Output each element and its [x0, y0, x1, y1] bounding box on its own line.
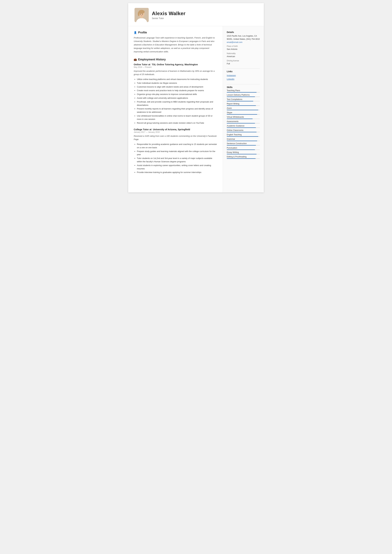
svg-point-8 [142, 14, 143, 15]
employment-section: 💼 Employment History Online Tutor at TSL… [134, 58, 217, 174]
details-email[interactable]: email@email.com [227, 41, 243, 43]
skill-name: Report Writing [227, 103, 260, 105]
skill-bar-bg [227, 141, 260, 141]
bullet-item: Present monthly reports to all learners … [137, 107, 217, 114]
details-section: Details 1515 Pacific Ave, Los Angeles, C… [227, 31, 260, 65]
bullet-item: Prepare study guides and learning materi… [137, 150, 217, 156]
header-info: Alexis Walker Senior Tutor [152, 11, 258, 20]
profile-icon: 👤 [134, 31, 137, 34]
skill-item: Zoom [227, 107, 260, 110]
svg-point-7 [140, 14, 141, 15]
resume-container: Alexis Walker Senior Tutor 👤 Profile Pro… [128, 3, 264, 192]
skill-bar-bg [227, 105, 260, 106]
skill-bar-fill [227, 149, 255, 150]
bullet-item: Organize group role-play sessions to imp… [137, 93, 217, 96]
skill-item: Report Writing [227, 103, 260, 106]
skill-bar-fill [227, 132, 257, 132]
skill-bar-fill [227, 119, 253, 119]
skill-bar-bg [227, 119, 260, 119]
job-date-2: January 2017 — January 2018 [134, 131, 217, 133]
skill-item: Sentence Construction [227, 142, 260, 146]
bullet-item: Record all group tutoring sessions and c… [137, 121, 217, 125]
skill-bar-fill [227, 158, 256, 159]
bullet-item: Assist with college and university admis… [137, 97, 217, 100]
job-entry-2: College Tutor at University of Arizona, … [134, 128, 217, 174]
skill-bar-bg [227, 97, 260, 97]
bullet-item: Customize lessons to align with student … [137, 85, 217, 89]
links-section: Links Instagram Linkedin [227, 70, 260, 81]
skill-name: Skype [227, 112, 260, 114]
skill-bar-bg [227, 136, 260, 137]
skills-section: Skills Teaching Plans Lesson Delivery Pl… [227, 86, 260, 159]
skill-name: Grammar [227, 138, 260, 140]
skill-bar-fill [227, 97, 255, 97]
employment-title: 💼 Employment History [134, 58, 217, 61]
right-column: Details 1515 Pacific Ave, Los Angeles, C… [223, 26, 264, 192]
skill-item: Skype [227, 112, 260, 115]
job-desc-2: Received a 4.8/5 rating from over a 100 … [134, 134, 217, 141]
skill-bar-fill [227, 110, 258, 110]
skill-name: Assessments [227, 120, 260, 123]
details-title: Details [227, 31, 260, 33]
skill-item: Teaching Plans [227, 89, 260, 92]
candidate-title: Senior Tutor [152, 17, 258, 20]
skill-bar-fill [227, 105, 256, 106]
svg-point-6 [138, 12, 140, 16]
skill-item: Academic Guidance [227, 125, 260, 128]
skill-bar-bg [227, 158, 260, 159]
avatar [134, 8, 149, 22]
job-title-1: Online Tutor at TSL Online Tutoring Agen… [134, 63, 217, 66]
skill-item: Punctuation [227, 147, 260, 150]
nationality-value: American [227, 55, 260, 58]
skill-bar-fill [227, 123, 255, 124]
links-title: Links [227, 70, 260, 73]
skill-item: Online Classrooms [227, 129, 260, 132]
skills-title: Skills [227, 86, 260, 88]
skill-bar-bg [227, 132, 260, 132]
skill-bar-fill [227, 145, 256, 146]
skill-name: Academic Guidance [227, 125, 260, 127]
skill-bar-fill [227, 92, 257, 92]
skill-bar-bg [227, 92, 260, 92]
skill-item: English Teaching [227, 133, 260, 137]
skill-bar-bg [227, 123, 260, 124]
bullet-item: Assist students in exploring career oppo… [137, 164, 217, 170]
skill-item: Essay Writing [227, 151, 260, 154]
skill-bar-bg [227, 101, 260, 101]
skill-name: Virtual Whiteboards [227, 116, 260, 118]
skill-bar-fill [227, 154, 257, 154]
skill-name: Editing & Proofreading [227, 156, 260, 158]
job-entry-1: Online Tutor at TSL Online Tutoring Agen… [134, 63, 217, 125]
skill-name: Lesson Delivery Platforms [227, 94, 260, 96]
skill-name: Teaching Plans [227, 89, 260, 92]
skill-bar-bg [227, 110, 260, 110]
link-instagram[interactable]: Instagram [227, 74, 260, 77]
divider-2 [227, 84, 260, 84]
bullet-item: Tutor students on 1st,2nd and 3rd-year l… [137, 157, 217, 163]
skill-bar-fill [227, 127, 256, 128]
left-column: 👤 Profile Professional Language Tutor wi… [128, 26, 223, 192]
candidate-name: Alexis Walker [152, 11, 258, 16]
link-linkedin[interactable]: Linkedin [227, 77, 260, 81]
skill-bar-bg [227, 114, 260, 115]
skill-bar-bg [227, 145, 260, 146]
driving-label: Driving license [227, 60, 260, 62]
skill-item: Virtual Whiteboards [227, 116, 260, 119]
bullet-item: Use whiteboard functionalities in online… [137, 114, 217, 121]
skill-name: Sentence Construction [227, 142, 260, 145]
employment-icon: 💼 [134, 58, 137, 61]
main-content: 👤 Profile Professional Language Tutor wi… [128, 26, 264, 192]
job-desc-1: Improved the academic performance of lea… [134, 70, 217, 76]
details-address: 1515 Pacific Ave, Los Angeles, CA 90291,… [227, 34, 260, 41]
skill-item: Grammar [227, 138, 260, 141]
skill-name: Zoom [227, 107, 260, 109]
profile-text: Professional Language Tutor with experie… [134, 36, 217, 53]
skill-bar-fill [227, 136, 258, 137]
skill-name: Punctuation [227, 147, 260, 149]
skill-bar-fill [227, 141, 257, 141]
skill-bar-fill [227, 101, 253, 101]
bullet-item: Utilize online teaching platforms and vi… [137, 78, 217, 81]
nationality-label: Nationality [227, 52, 260, 55]
skill-item: Assessments [227, 120, 260, 124]
profile-title: 👤 Profile [134, 31, 217, 34]
